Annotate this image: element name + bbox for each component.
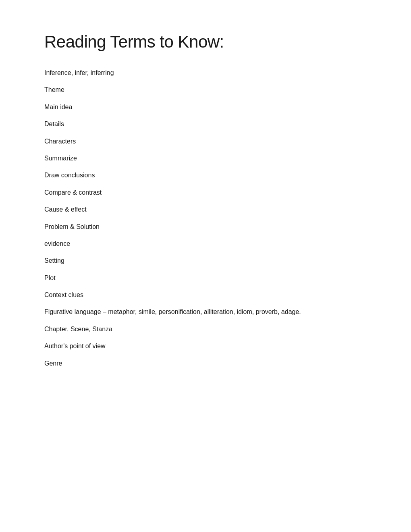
list-item: Chapter, Scene, Stanza [44, 321, 367, 338]
list-item: Author's point of view [44, 338, 367, 355]
list-item: evidence [44, 235, 367, 252]
terms-list: Inference, infer, inferringThemeMain ide… [44, 64, 367, 372]
page-title: Reading Terms to Know: [44, 32, 367, 52]
list-item: Theme [44, 81, 367, 98]
list-item: Summarize [44, 150, 367, 167]
list-item: Genre [44, 355, 367, 372]
list-item: Draw conclusions [44, 167, 367, 184]
list-item: Problem & Solution [44, 218, 367, 235]
list-item: Details [44, 116, 367, 133]
list-item: Plot [44, 270, 367, 287]
list-item: Compare & contrast [44, 184, 367, 201]
list-item: Setting [44, 252, 367, 269]
list-item: Characters [44, 133, 367, 150]
list-item: Inference, infer, inferring [44, 64, 367, 81]
list-item: Cause & effect [44, 201, 367, 218]
list-item: Figurative language – metaphor, simile, … [44, 303, 367, 320]
list-item: Context clues [44, 287, 367, 303]
list-item: Main idea [44, 99, 367, 116]
